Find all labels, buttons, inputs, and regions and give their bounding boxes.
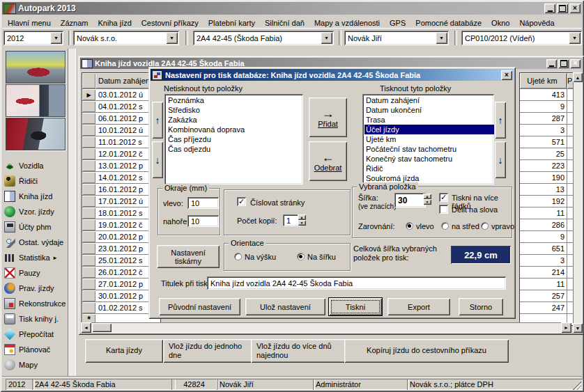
menu-item[interactable]: Okno <box>486 17 514 29</box>
vertical-scrollbar[interactable]: ▲ ▼ <box>573 72 583 333</box>
row-marker-icon[interactable] <box>82 101 95 112</box>
minimize-button[interactable] <box>544 3 555 13</box>
list-item[interactable]: Čas příjezdu <box>167 134 303 144</box>
copy-trip-to-travel-order-button[interactable]: Kopíruj jízdu do cestovního příkazu <box>344 339 509 363</box>
km-cell[interactable]: 413 <box>520 89 567 100</box>
row-marker-icon[interactable] <box>82 207 95 219</box>
menu-item[interactable]: Platební karty <box>203 17 260 29</box>
km-cell[interactable]: 13 <box>520 184 567 195</box>
move-down-button[interactable]: ↓ <box>152 141 163 178</box>
list-item[interactable]: Ujeté km <box>364 134 494 144</box>
km-cell[interactable]: 11 <box>520 207 567 219</box>
km-cell[interactable]: 257 <box>520 290 567 301</box>
printer-settings-button[interactable]: Nastavení tiskárny <box>157 245 220 268</box>
row-marker-icon[interactable] <box>82 279 95 290</box>
add-button[interactable]: → Přidat <box>309 97 347 137</box>
chevron-down-icon[interactable]: ▼ <box>166 32 178 44</box>
menu-item[interactable]: Cestovní příkazy <box>137 17 203 29</box>
sidebar-item[interactable]: Řidiči <box>4 173 68 189</box>
chevron-down-icon[interactable]: ▼ <box>436 32 447 44</box>
move-up-button[interactable]: ↑ <box>495 102 506 139</box>
row-marker-icon[interactable] <box>82 290 95 301</box>
maximize-button[interactable] <box>557 3 568 13</box>
row-marker-icon[interactable] <box>82 172 95 183</box>
sidebar-item[interactable]: Plánovač <box>4 342 68 357</box>
table-row[interactable]: 223 <box>520 159 575 171</box>
table-row[interactable]: 9 <box>520 230 575 242</box>
list-item[interactable]: Poznámka <box>167 95 303 105</box>
sidebar-item[interactable]: Statistika ▸ <box>4 250 68 265</box>
minimize-button[interactable] <box>546 59 557 68</box>
menu-item[interactable]: Kniha jízd <box>93 17 137 29</box>
split-words-checkbox[interactable] <box>439 205 448 214</box>
scroll-down-icon[interactable]: ▼ <box>573 323 583 333</box>
table-row[interactable]: 11 <box>520 278 575 290</box>
width-input[interactable]: 30 <box>394 193 426 207</box>
km-cell[interactable]: 651 <box>520 243 567 254</box>
list-item[interactable]: Zakázka <box>167 115 303 125</box>
km-cell[interactable]: 247 <box>520 302 567 313</box>
portrait-radio[interactable] <box>234 253 242 260</box>
year-combo[interactable]: 2012 ▼ <box>3 31 63 45</box>
row-marker-icon[interactable] <box>82 160 95 171</box>
km-cell[interactable]: 9 <box>520 101 567 112</box>
row-marker-icon[interactable] <box>82 231 95 242</box>
sidebar-item[interactable]: Prav. jízdy <box>4 281 68 296</box>
sidebar-item[interactable]: Ostat. výdaje <box>4 235 68 250</box>
list-item[interactable]: Datum ukončení <box>364 105 494 115</box>
list-item[interactable]: Řidič <box>364 164 494 173</box>
scroll-left-icon[interactable]: ◄ <box>81 322 91 333</box>
list-item[interactable]: Čas odjezdu <box>167 144 303 154</box>
row-marker-icon[interactable] <box>82 243 95 254</box>
list-item[interactable]: Počáteční stav tachometru <box>364 144 494 154</box>
row-marker-icon[interactable] <box>82 184 95 195</box>
table-row[interactable]: 3 <box>520 254 575 266</box>
scroll-right-icon[interactable]: ► <box>561 322 571 333</box>
row-marker-icon[interactable] <box>82 148 95 159</box>
spin-up-icon[interactable]: ▲ <box>423 194 431 199</box>
trip-card-button[interactable]: Karta jízdy <box>85 339 163 363</box>
table-row[interactable]: 3 <box>520 124 575 136</box>
save-settings-button[interactable]: Ulož nastavení <box>245 298 325 315</box>
sidebar-item[interactable]: Kniha jízd <box>4 189 68 204</box>
scroll-up-icon[interactable]: ▲ <box>573 72 583 82</box>
vehicle-combo[interactable]: 2A4 42-45 (Škoda Fabia) ▼ <box>193 31 334 45</box>
menu-item[interactable]: Záznam <box>56 17 93 29</box>
row-marker-icon[interactable] <box>82 196 95 207</box>
km-cell[interactable]: 214 <box>520 267 567 278</box>
sidebar-item[interactable]: Pauzy <box>4 265 68 281</box>
company-combo[interactable]: Novák s.r.o. ▼ <box>73 31 179 45</box>
sidebar-item[interactable]: Přepočítat <box>4 327 68 342</box>
chevron-down-icon[interactable]: ▼ <box>321 32 332 44</box>
row-marker-icon[interactable] <box>82 255 95 266</box>
maximize-button[interactable] <box>558 59 569 68</box>
km-cell[interactable]: 286 <box>520 219 567 230</box>
list-item[interactable]: Soukromá jízda <box>364 173 494 183</box>
table-row[interactable]: 190 <box>520 171 575 183</box>
column-header-km[interactable]: Ujeté km <box>520 73 567 88</box>
table-row[interactable]: 651 <box>520 242 575 254</box>
sidebar-item[interactable]: Tisk knihy j. <box>4 311 68 327</box>
sidebar-scrollbar[interactable] <box>68 49 76 376</box>
km-cell[interactable]: 9 <box>520 231 567 242</box>
km-cell[interactable]: 571 <box>520 136 567 148</box>
table-row[interactable]: 571 <box>520 136 575 148</box>
list-item[interactable]: Trasa <box>364 115 494 125</box>
chevron-down-icon[interactable]: ▼ <box>50 32 62 44</box>
km-cell[interactable]: 3 <box>520 255 567 266</box>
export-button[interactable]: Export <box>387 298 450 315</box>
row-marker-icon[interactable] <box>82 136 95 148</box>
table-row[interactable]: 286 <box>520 219 575 230</box>
row-marker-icon[interactable]: ▶ <box>82 89 95 100</box>
insert-trip-single-day-button[interactable]: Vlož jízdu do jednoho dne <box>163 339 252 363</box>
list-item[interactable]: Účel jízdy <box>364 125 494 134</box>
menu-item[interactable]: Mapy a vzdálenosti <box>309 17 385 29</box>
trip-order-combo[interactable]: CP010/2012 (Vídeň) ▼ <box>461 31 582 45</box>
move-down-button[interactable]: ↓ <box>495 141 506 178</box>
sidebar-item[interactable]: Rekonstrukce <box>4 296 68 311</box>
spin-up-icon[interactable]: ▲ <box>298 214 306 220</box>
insert-trip-multiple-days-button[interactable]: Vlož jízdu do více dnů najednou <box>251 339 348 363</box>
horizontal-scrollbar[interactable]: ◄ ► <box>81 322 571 333</box>
km-cell[interactable]: 192 <box>520 196 567 207</box>
number-pages-checkbox[interactable]: ✓ <box>237 197 246 206</box>
